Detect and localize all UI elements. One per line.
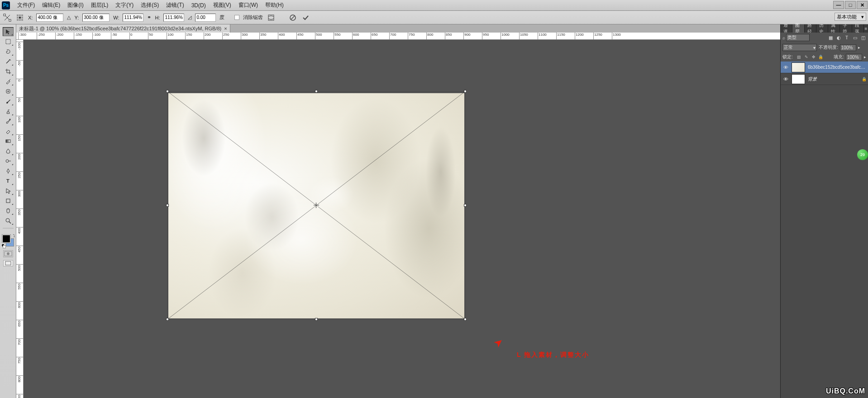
transform-handle-bc[interactable]: [315, 318, 318, 321]
lock-transparency-icon[interactable]: ▨: [796, 54, 802, 60]
transform-handle-ml[interactable]: [166, 204, 169, 207]
notification-bubble[interactable]: 29: [857, 149, 868, 160]
workspace-dropdown[interactable]: 基本功能▾: [835, 13, 866, 21]
layer-thumbnail[interactable]: [792, 74, 805, 84]
menu-3d[interactable]: 3D(D): [188, 1, 210, 9]
menu-edit[interactable]: 编辑(E): [38, 0, 64, 10]
blend-mode-dropdown[interactable]: 正常▾: [782, 44, 817, 51]
ruler-vertical[interactable]: -100-50050100150200250300350400450500550…: [16, 40, 24, 398]
menu-layer[interactable]: 图层(L): [87, 0, 112, 10]
opacity-input[interactable]: 100%: [840, 44, 856, 51]
lock-all-icon[interactable]: 🔒: [818, 54, 824, 60]
link-wh-icon[interactable]: ⚭: [147, 14, 151, 20]
brush-tool[interactable]: [3, 97, 14, 106]
transform-handle-tr[interactable]: [464, 90, 467, 93]
layer-name[interactable]: 6b36bec152bcd5cee3bafc7...: [808, 65, 866, 70]
marquee-tool[interactable]: [3, 37, 14, 46]
panel-tab-paths[interactable]: 路径: [805, 24, 816, 33]
screen-mode-button[interactable]: [3, 260, 13, 266]
filter-pixel-icon[interactable]: ▦: [827, 34, 834, 41]
default-colors-icon[interactable]: [1, 244, 5, 247]
tab-close-icon[interactable]: ×: [224, 26, 227, 31]
lock-position-icon[interactable]: ✥: [811, 54, 816, 60]
maximize-button[interactable]: □: [845, 1, 856, 9]
commit-transform-icon[interactable]: [301, 13, 310, 22]
layer-filter-dropdown[interactable]: 类型: [786, 34, 810, 41]
panel-tab-paragraph[interactable]: 段落: [852, 24, 864, 33]
close-button[interactable]: ✕: [857, 1, 868, 9]
shape-tool[interactable]: [3, 196, 14, 205]
y-input[interactable]: [82, 14, 110, 22]
svg-rect-7: [21, 17, 23, 19]
layer-item[interactable]: 👁 6b36bec152bcd5cee3bafc7...: [781, 62, 868, 73]
transform-handle-tl[interactable]: [166, 90, 169, 93]
canvas-area[interactable]: ➤ L 拖入素材，调整大小: [24, 40, 780, 398]
panel-tab-character[interactable]: 字符: [840, 24, 852, 33]
menu-select[interactable]: 选择(S): [137, 0, 162, 10]
layer-name[interactable]: 背景: [808, 76, 859, 82]
panel-tab-history[interactable]: 历史: [816, 24, 828, 33]
clone-stamp-tool[interactable]: [3, 107, 14, 116]
minimize-button[interactable]: —: [833, 1, 844, 9]
menu-image[interactable]: 图像(I): [64, 0, 87, 10]
panel-menu-icon[interactable]: ≡: [864, 24, 868, 33]
blur-tool[interactable]: [3, 147, 14, 156]
transform-handle-bl[interactable]: [166, 318, 169, 321]
path-selection-tool[interactable]: [3, 186, 14, 195]
quickmask-toggle[interactable]: [3, 250, 13, 257]
x-input[interactable]: [36, 14, 63, 22]
layer-thumbnail[interactable]: [792, 62, 805, 72]
magic-wand-tool[interactable]: [3, 57, 14, 66]
panel-tab-layers[interactable]: 图层: [792, 24, 804, 33]
fill-input[interactable]: 100%: [846, 54, 862, 61]
menu-window[interactable]: 窗口(W): [235, 0, 262, 10]
menu-file[interactable]: 文件(F): [14, 0, 38, 10]
filter-type-icon[interactable]: T: [844, 34, 850, 41]
gradient-tool[interactable]: [3, 137, 14, 146]
transform-tool-icon[interactable]: [3, 13, 12, 22]
warp-icon[interactable]: [267, 13, 276, 22]
foreground-color[interactable]: [2, 235, 10, 243]
panel-tab-channels[interactable]: 通道: [781, 24, 792, 33]
transform-bounding-box[interactable]: [167, 91, 465, 319]
transform-center-icon[interactable]: [314, 203, 319, 208]
eyedropper-tool[interactable]: [3, 77, 14, 86]
pen-tool[interactable]: [3, 166, 14, 175]
menu-filter[interactable]: 滤镜(T): [162, 0, 187, 10]
document-tab[interactable]: 未标题-1 @ 100% (6b36bec152bcd5cee3bafc7477…: [16, 24, 230, 33]
transform-handle-mr[interactable]: [464, 204, 467, 207]
h-input[interactable]: [163, 14, 184, 22]
w-input[interactable]: [123, 14, 143, 22]
filter-shape-icon[interactable]: ▭: [852, 34, 858, 41]
angle-input[interactable]: [195, 14, 216, 22]
dodge-tool[interactable]: [3, 156, 14, 166]
cancel-transform-icon[interactable]: [288, 13, 297, 22]
antialias-checkbox[interactable]: [234, 15, 239, 20]
lasso-tool[interactable]: [3, 47, 14, 56]
crop-tool[interactable]: [3, 67, 14, 76]
visibility-icon[interactable]: 👁: [782, 64, 789, 71]
panel-tab-properties[interactable]: 属性: [828, 24, 840, 33]
visibility-icon[interactable]: 👁: [782, 76, 789, 82]
transform-handle-br[interactable]: [464, 318, 467, 321]
layer-item[interactable]: 👁 背景 🔒: [781, 73, 868, 85]
move-tool[interactable]: [3, 27, 14, 36]
menu-help[interactable]: 帮助(H): [262, 0, 287, 10]
eraser-tool[interactable]: [3, 127, 14, 136]
delta-icon[interactable]: △: [67, 14, 71, 20]
hand-tool[interactable]: [3, 206, 14, 215]
filter-smart-icon[interactable]: ◫: [860, 34, 866, 41]
ruler-horizontal[interactable]: -300-250-200-150-100-5005010015020025030…: [16, 33, 780, 40]
lock-pixels-icon[interactable]: ✎: [804, 54, 809, 60]
healing-brush-tool[interactable]: [3, 87, 14, 96]
transform-handle-tc[interactable]: [315, 90, 318, 93]
menu-view[interactable]: 视图(V): [210, 0, 235, 10]
document-tab-row: 未标题-1 @ 100% (6b36bec152bcd5cee3bafc7477…: [0, 24, 868, 33]
history-brush-tool[interactable]: [3, 117, 14, 126]
menu-type[interactable]: 文字(Y): [112, 0, 137, 10]
filter-adjust-icon[interactable]: ◐: [835, 34, 842, 41]
zoom-tool[interactable]: [3, 216, 14, 225]
reference-point-icon[interactable]: [15, 13, 24, 22]
swap-colors-icon[interactable]: ⤵: [13, 234, 15, 238]
type-tool[interactable]: T: [3, 176, 14, 185]
